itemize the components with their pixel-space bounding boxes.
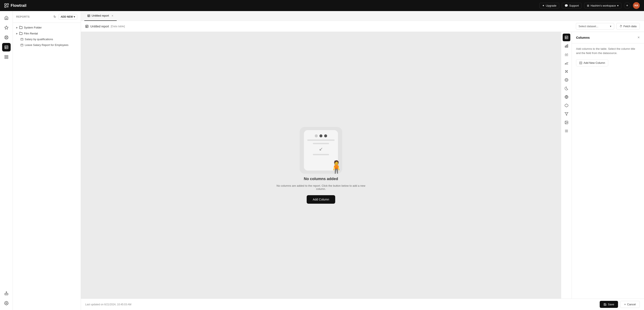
- table-viz-icon: [564, 35, 568, 39]
- pie-icon: [564, 87, 568, 90]
- sidebar-item-reports[interactable]: [2, 43, 11, 51]
- data-table-icon: [85, 25, 88, 28]
- viz-funnel[interactable]: [563, 110, 570, 118]
- svg-line-5: [5, 36, 6, 37]
- folder-film-rental-label: Film Rental: [24, 32, 38, 35]
- tab-close-button[interactable]: ×: [111, 14, 114, 18]
- empty-subtitle: No columns are added to the report. Clic…: [276, 184, 366, 190]
- viz-bar[interactable]: [563, 42, 570, 50]
- viz-image[interactable]: [563, 119, 570, 126]
- support-icon: 💬: [564, 4, 568, 7]
- svg-rect-26: [88, 14, 90, 17]
- save-icon: [604, 303, 606, 306]
- sidebar-item-home[interactable]: [2, 14, 11, 22]
- add-new-column-label: Add New Column: [584, 61, 605, 64]
- svg-rect-14: [6, 55, 8, 57]
- viz-line[interactable]: [563, 51, 570, 58]
- topbar-right: ✦ Upgrade 💬 Support ⊞ Hashim's workspace…: [540, 2, 640, 9]
- arrow-icon: ↙: [319, 146, 323, 152]
- bar-chart-icon: [564, 44, 568, 48]
- svg-point-19: [6, 294, 7, 295]
- add-button[interactable]: +: [624, 2, 630, 9]
- chevron-down-icon: ▾: [610, 25, 612, 28]
- add-new-button[interactable]: ADD NEW ▾: [58, 14, 77, 19]
- workspace-button[interactable]: ⊞ Hashim's workspace ▾: [584, 3, 622, 8]
- save-button[interactable]: Save: [600, 301, 618, 308]
- svg-point-48: [565, 78, 568, 82]
- viz-table[interactable]: [563, 34, 570, 41]
- area-chart-icon: [564, 61, 568, 65]
- viz-donut[interactable]: [563, 76, 570, 84]
- folder-film-rental[interactable]: ▶ Film Rental: [13, 30, 81, 36]
- upgrade-button[interactable]: ✦ Upgrade: [540, 3, 559, 8]
- svg-point-47: [566, 71, 567, 72]
- sidebar-item-settings[interactable]: [2, 299, 11, 308]
- svg-point-4: [6, 37, 7, 38]
- bottom-bar: Last updated on 6/21/2024, 10:45:03 AM S…: [81, 299, 644, 310]
- support-label: Support: [569, 4, 579, 7]
- close-panel-button[interactable]: ×: [638, 35, 640, 40]
- bottom-actions: Save × Cancel: [600, 301, 640, 308]
- svg-point-43: [565, 70, 566, 71]
- radar-icon: [564, 104, 568, 107]
- report-title-area: Untitled report [Data table]: [85, 25, 125, 28]
- viz-globe[interactable]: [563, 93, 570, 101]
- tab-label: Untitled report: [92, 14, 109, 17]
- report-leave-salary[interactable]: Leave Salary Report for Employees: [13, 42, 81, 48]
- save-label: Save: [608, 303, 614, 306]
- canvas: ↙ 🧍 No columns added No columns are adde…: [81, 32, 561, 299]
- report-toolbar: Untitled report [Data table] Select data…: [81, 21, 644, 32]
- fetch-data-button[interactable]: ⏱ Fetch data: [616, 23, 640, 29]
- scatter-icon: [564, 70, 568, 73]
- viz-pie[interactable]: [563, 85, 570, 92]
- columns-panel-description: Add columns to the table. Select the col…: [572, 43, 644, 58]
- sidebar-item-pin[interactable]: [2, 23, 11, 32]
- viz-scatter[interactable]: [563, 68, 570, 75]
- report-salary-qualifications[interactable]: Salary by qualifications: [13, 36, 81, 42]
- line3: [313, 154, 329, 155]
- support-button[interactable]: 💬 Support: [562, 3, 582, 8]
- columns-panel-header: Columns ×: [572, 32, 644, 43]
- sidebar-item-grid[interactable]: [2, 53, 11, 61]
- svg-point-21: [6, 303, 7, 304]
- donut-icon: [564, 78, 568, 82]
- folder-system[interactable]: ▶ System Folder: [13, 24, 81, 30]
- svg-rect-2: [5, 6, 6, 7]
- illustration: ↙ 🧍: [300, 127, 342, 174]
- svg-point-54: [566, 122, 566, 122]
- svg-rect-15: [5, 57, 6, 59]
- viz-area[interactable]: [563, 59, 570, 67]
- chevron-down-icon: ▾: [74, 15, 75, 18]
- svg-line-7: [7, 36, 8, 37]
- settings-icon: [4, 301, 8, 305]
- folder-icon: [19, 26, 22, 29]
- svg-rect-34: [565, 36, 568, 39]
- figure: 🧍: [328, 160, 342, 174]
- refresh-button[interactable]: ↻: [52, 14, 57, 19]
- viz-radar[interactable]: [563, 102, 570, 109]
- clock-icon: ⏱: [620, 25, 622, 28]
- logo: Flowtrail: [4, 3, 26, 8]
- svg-rect-16: [6, 57, 8, 59]
- topbar: Flowtrail ✦ Upgrade 💬 Support ⊞ Hashim's…: [0, 0, 644, 11]
- logo-text: Flowtrail: [11, 3, 26, 8]
- tab-untitled-report[interactable]: Untitled report ×: [84, 11, 117, 21]
- image-icon: [564, 121, 568, 124]
- empty-title: No columns added: [304, 177, 338, 181]
- dataset-select[interactable]: Select dataset... ▾: [576, 23, 614, 29]
- svg-rect-40: [567, 44, 568, 47]
- close-icon: ×: [638, 35, 640, 39]
- report-subtitle: [Data table]: [111, 25, 125, 28]
- add-column-button[interactable]: Add Column: [307, 195, 335, 204]
- svg-line-8: [5, 38, 6, 39]
- report-toolbar-right: Select dataset... ▾ ⏱ Fetch data: [576, 23, 640, 29]
- svg-rect-22: [21, 38, 23, 40]
- viz-list[interactable]: [563, 127, 570, 135]
- cancel-button[interactable]: × Cancel: [620, 301, 640, 308]
- sidebar-item-data[interactable]: [2, 33, 11, 42]
- dataset-placeholder: Select dataset...: [578, 25, 598, 28]
- add-new-column-button[interactable]: Add New Column: [576, 59, 608, 66]
- svg-line-6: [7, 38, 8, 39]
- svg-point-49: [566, 79, 567, 81]
- sidebar-item-robot[interactable]: [2, 289, 11, 298]
